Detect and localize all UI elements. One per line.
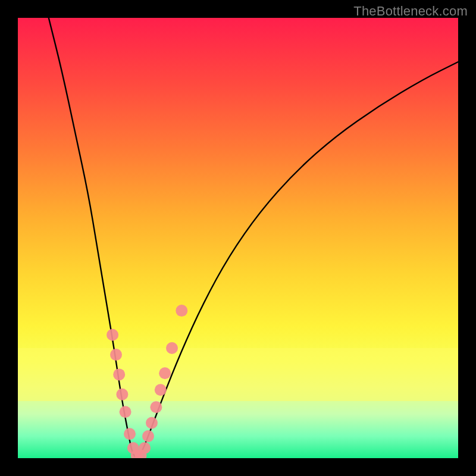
data-marker	[107, 329, 118, 341]
bottleneck-curve	[49, 18, 458, 457]
chart-frame: TheBottleneck.com	[0, 0, 476, 476]
watermark-text: TheBottleneck.com	[353, 4, 468, 19]
data-marker	[166, 342, 178, 354]
data-marker	[139, 442, 151, 454]
data-marker	[155, 384, 167, 396]
data-marker	[110, 349, 122, 361]
data-marker	[176, 305, 187, 317]
data-marker	[150, 401, 162, 413]
data-marker	[142, 430, 154, 442]
data-marker	[146, 417, 158, 429]
plot-area	[18, 18, 458, 458]
chart-svg	[18, 18, 458, 458]
data-marker	[116, 389, 128, 400]
data-marker	[120, 406, 131, 418]
data-marker	[113, 368, 125, 380]
data-marker	[159, 367, 171, 379]
data-marker	[124, 428, 136, 440]
